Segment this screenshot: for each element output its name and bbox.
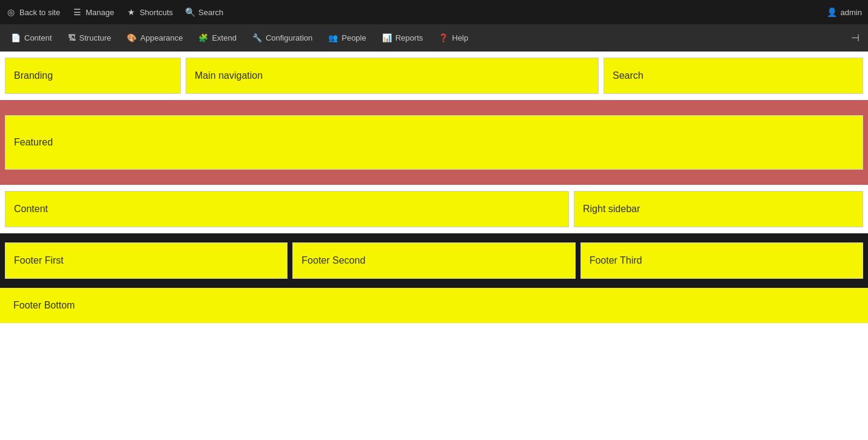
user-icon: 👤 (827, 7, 837, 17)
people-label: People (341, 33, 366, 42)
content-label: Content (24, 33, 52, 42)
appearance-icon: 🎨 (127, 33, 136, 42)
footer-second-label: Footer Second (301, 255, 365, 266)
nav-item-configuration[interactable]: 🔧 Configuration (245, 24, 320, 52)
footer-dark-region: Footer First Footer Second Footer Third (0, 233, 868, 288)
search-label: Search (198, 8, 223, 17)
footer-first-label: Footer First (14, 255, 64, 266)
help-label: Help (452, 33, 468, 42)
nav-item-extend[interactable]: 🧩 Extend (191, 24, 243, 52)
footer-bottom-label: Footer Bottom (5, 294, 83, 317)
featured-block[interactable]: Featured (5, 115, 863, 170)
footer-second-block[interactable]: Footer Second (292, 242, 575, 279)
extend-label: Extend (212, 33, 236, 42)
nav-bar: 📄 Content 🏗 Structure 🎨 Appearance 🧩 Ext… (0, 24, 868, 52)
search-icon: 🔍 (185, 7, 195, 17)
star-icon: ★ (126, 7, 136, 17)
right-sidebar-label: Right sidebar (583, 204, 640, 215)
branding-label: Branding (14, 70, 53, 81)
content-block[interactable]: Content (5, 191, 569, 227)
footer-third-label: Footer Third (590, 255, 642, 266)
footer-third-block[interactable]: Footer Third (580, 242, 863, 279)
reports-label: Reports (395, 33, 423, 42)
structure-icon: 🏗 (68, 33, 76, 42)
main-navigation-label: Main navigation (195, 70, 263, 81)
header-region: Branding Main navigation Search (0, 52, 868, 100)
featured-label: Featured (14, 137, 53, 148)
extend-icon: 🧩 (198, 33, 208, 42)
manage-label: Manage (86, 8, 114, 17)
back-icon: ◎ (6, 7, 16, 17)
appearance-label: Appearance (140, 33, 183, 42)
manage-icon: ☰ (72, 7, 82, 17)
search-region-label: Search (613, 70, 644, 81)
people-icon: 👥 (328, 33, 338, 42)
nav-item-reports[interactable]: 📊 Reports (375, 24, 431, 52)
configuration-label: Configuration (266, 33, 312, 42)
branding-block[interactable]: Branding (5, 58, 181, 94)
content-label: Content (14, 204, 48, 215)
main-navigation-block[interactable]: Main navigation (186, 58, 599, 94)
content-region: Content Right sidebar (0, 185, 868, 233)
back-to-site-link[interactable]: ◎ Back to site (6, 7, 60, 17)
search-link[interactable]: 🔍 Search (185, 7, 223, 17)
nav-item-structure[interactable]: 🏗 Structure (61, 24, 119, 52)
back-to-site-label: Back to site (19, 8, 60, 17)
admin-label: admin (841, 8, 862, 17)
footer-bottom-region: Footer Bottom (0, 288, 868, 323)
shortcuts-label: Shortcuts (140, 8, 173, 17)
main-content: Branding Main navigation Search Featured… (0, 52, 868, 323)
nav-item-people[interactable]: 👥 People (321, 24, 373, 52)
search-block[interactable]: Search (604, 58, 863, 94)
hero-region: Featured (0, 100, 868, 185)
admin-bar: ◎ Back to site ☰ Manage ★ Shortcuts 🔍 Se… (0, 0, 868, 24)
manage-link[interactable]: ☰ Manage (72, 7, 114, 17)
shortcuts-link[interactable]: ★ Shortcuts (126, 7, 173, 17)
nav-item-appearance[interactable]: 🎨 Appearance (119, 24, 190, 52)
structure-label: Structure (79, 33, 112, 42)
help-icon: ❓ (439, 33, 448, 42)
admin-user[interactable]: 👤 admin (827, 7, 862, 17)
configuration-icon: 🔧 (252, 33, 262, 42)
nav-expand-button[interactable]: ⊣ (846, 32, 864, 44)
nav-item-content[interactable]: 📄 Content (4, 24, 59, 52)
reports-icon: 📊 (382, 33, 392, 42)
content-icon: 📄 (11, 33, 21, 42)
nav-item-help[interactable]: ❓ Help (431, 24, 476, 52)
footer-first-block[interactable]: Footer First (5, 242, 288, 279)
right-sidebar-block[interactable]: Right sidebar (574, 191, 863, 227)
